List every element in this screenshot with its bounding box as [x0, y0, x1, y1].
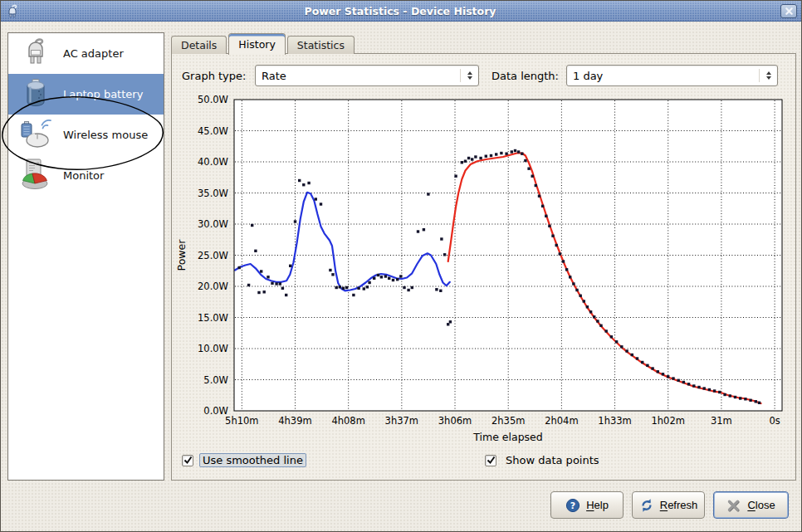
data-point	[692, 384, 695, 387]
checkbox-box[interactable]	[485, 455, 496, 466]
data-point	[399, 275, 402, 277]
data-point	[596, 320, 599, 322]
data-point	[517, 150, 520, 153]
data-point	[474, 155, 477, 158]
data-point	[625, 349, 628, 352]
tab-statistics[interactable]: Statistics	[287, 36, 355, 54]
monitor-icon	[19, 158, 52, 193]
data-point	[380, 276, 383, 278]
data-point	[260, 270, 262, 272]
data-point	[440, 237, 443, 240]
data-point	[572, 282, 575, 285]
x-tick-label: 4h08m	[331, 415, 364, 427]
window-close-button[interactable]	[780, 4, 797, 18]
x-tick-label: 3h37m	[385, 415, 418, 427]
data-point	[527, 168, 530, 170]
data-point	[641, 361, 643, 364]
checkbox-box[interactable]	[182, 455, 193, 466]
help-icon: ?	[565, 498, 580, 513]
sidebar-item-monitor[interactable]: Monitor	[8, 155, 164, 196]
data-point	[551, 235, 554, 237]
wireless-mouse-icon	[19, 117, 52, 153]
y-tick-label: 15.0W	[198, 312, 228, 324]
spinner-arrows-icon	[760, 71, 777, 81]
data-point	[271, 282, 273, 285]
data-point	[555, 244, 558, 246]
device-label: Laptop battery	[63, 88, 143, 100]
data-point	[605, 329, 608, 332]
refresh-button[interactable]: Refresh	[632, 491, 705, 519]
x-tick-label: 0s	[769, 415, 780, 427]
data-point	[667, 375, 669, 378]
data-point	[377, 274, 379, 276]
history-chart-wrap: 50.0W45.0W40.0W35.0W30.0W25.0W20.0W15.0W…	[172, 93, 797, 451]
data-point	[744, 398, 746, 400]
data-point	[294, 220, 296, 222]
data-point	[279, 282, 281, 285]
x-tick-label: 2h04m	[545, 415, 578, 427]
data-point	[575, 289, 578, 291]
data-point	[435, 288, 438, 290]
data-point	[524, 159, 526, 162]
use-smoothed-line-checkbox[interactable]: Use smoothed line	[182, 453, 306, 467]
sidebar-item-ac-adapter[interactable]: AC adapter	[8, 33, 164, 74]
data-point	[403, 286, 405, 289]
device-label: Wireless mouse	[63, 129, 148, 141]
data-point	[615, 340, 618, 343]
x-tick-label: 2h35m	[491, 415, 525, 427]
x-tick-label: 3h06m	[438, 415, 472, 427]
data-point	[682, 381, 685, 383]
data-point	[461, 161, 463, 164]
data-point	[366, 286, 369, 288]
data-point	[320, 203, 322, 205]
data-point	[569, 276, 571, 278]
notebook-tabs: DetailsHistoryStatistics	[171, 33, 356, 54]
data-point	[449, 320, 452, 323]
data-point	[703, 387, 706, 389]
data-point	[289, 265, 291, 267]
data-point	[454, 175, 457, 178]
window-title: Power Statistics - Device History	[20, 5, 780, 17]
data-point	[345, 286, 348, 289]
data-point	[697, 386, 700, 388]
data-point	[708, 388, 711, 391]
data-point	[302, 183, 305, 186]
tab-details[interactable]: Details	[171, 36, 227, 54]
data-point	[593, 315, 595, 318]
data-point	[490, 154, 492, 157]
use-smoothed-line-label: Use smoothed line	[199, 453, 306, 467]
data-point	[298, 179, 301, 182]
tab-history[interactable]: History	[228, 33, 285, 55]
x-tick-label: 4h39m	[278, 415, 311, 427]
data-point	[531, 175, 534, 178]
data-point	[541, 205, 544, 207]
history-tab-panel: Graph type: Rate Data length: 1 day 50.0…	[171, 53, 796, 481]
data-point	[335, 286, 338, 289]
data-point	[548, 225, 550, 227]
graph-type-select[interactable]: Rate	[255, 65, 479, 86]
x-tick-label: 5h10m	[225, 415, 258, 427]
data-point	[417, 230, 419, 232]
data-point	[307, 182, 310, 184]
y-tick-label: 20.0W	[198, 281, 228, 292]
refresh-icon	[639, 498, 654, 513]
help-button[interactable]: ?Help	[550, 491, 624, 519]
y-tick-label: 10.0W	[198, 343, 228, 354]
sidebar-item-laptop-battery[interactable]: Laptop battery	[8, 74, 164, 115]
data-point	[471, 158, 473, 160]
data-point	[505, 153, 507, 155]
data-point	[411, 286, 413, 289]
data-point	[521, 153, 523, 155]
close-button[interactable]: Close	[713, 491, 789, 519]
data-point	[687, 383, 690, 385]
data-point	[646, 364, 648, 367]
data-point	[718, 391, 721, 393]
sidebar-item-wireless-mouse[interactable]: Wireless mouse	[8, 115, 164, 155]
device-label: AC adapter	[63, 47, 124, 60]
data-length-select[interactable]: 1 day	[566, 65, 778, 86]
show-data-points-checkbox[interactable]: Show data points	[485, 453, 603, 467]
data-point	[583, 300, 585, 302]
close-button-label: Close	[747, 499, 775, 511]
data-point	[723, 393, 726, 396]
titlebar: Power Statistics - Device History	[1, 1, 801, 22]
